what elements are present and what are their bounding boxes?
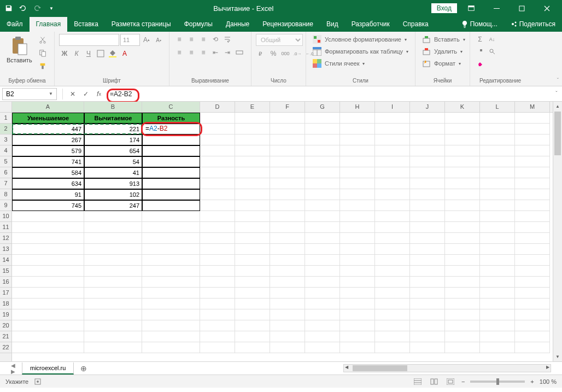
- cell[interactable]: [515, 320, 550, 331]
- cell[interactable]: [235, 134, 270, 145]
- cell[interactable]: [235, 233, 270, 244]
- cell[interactable]: [200, 113, 235, 124]
- cell[interactable]: [375, 277, 410, 288]
- row-header[interactable]: 2: [0, 124, 11, 134]
- cell[interactable]: [515, 134, 550, 145]
- cell[interactable]: [445, 145, 480, 156]
- column-header[interactable]: A: [12, 102, 84, 112]
- cell[interactable]: [235, 342, 270, 353]
- cell[interactable]: [515, 299, 550, 309]
- cell[interactable]: [200, 134, 235, 145]
- cell[interactable]: [200, 266, 235, 277]
- cell[interactable]: [305, 331, 340, 342]
- cell[interactable]: [445, 299, 480, 309]
- cell[interactable]: [375, 266, 410, 277]
- cell[interactable]: [305, 320, 340, 331]
- cell[interactable]: [235, 277, 270, 288]
- cell[interactable]: [305, 145, 340, 156]
- fill-color-button[interactable]: [107, 48, 118, 59]
- cell[interactable]: [480, 309, 515, 320]
- name-box[interactable]: B2 ▼: [2, 88, 57, 100]
- cell[interactable]: [480, 134, 515, 145]
- cell[interactable]: [84, 331, 142, 342]
- cell[interactable]: [340, 277, 375, 288]
- cell[interactable]: [270, 222, 305, 233]
- cell[interactable]: [515, 255, 550, 266]
- cell[interactable]: [515, 167, 550, 178]
- cell[interactable]: [305, 124, 340, 134]
- cell[interactable]: [142, 320, 200, 331]
- horizontal-scroll-thumb[interactable]: [353, 365, 407, 371]
- cell[interactable]: 41: [84, 167, 142, 178]
- cell[interactable]: [200, 211, 235, 222]
- cell[interactable]: [340, 189, 375, 200]
- cell[interactable]: [480, 233, 515, 244]
- cell[interactable]: [84, 277, 142, 288]
- cell[interactable]: [445, 233, 480, 244]
- cells-area[interactable]: УменьшаемоеВычитаемоеРазность44722126717…: [12, 113, 562, 361]
- cell[interactable]: [515, 331, 550, 342]
- cell[interactable]: 221: [84, 124, 142, 134]
- cell[interactable]: [410, 255, 445, 266]
- cell[interactable]: [12, 266, 84, 277]
- cell[interactable]: [445, 244, 480, 255]
- insert-cells-button[interactable]: Вставить▾: [420, 34, 467, 45]
- cell[interactable]: [84, 222, 142, 233]
- cell[interactable]: [515, 113, 550, 124]
- cell[interactable]: [410, 320, 445, 331]
- percent-button[interactable]: %: [268, 48, 279, 59]
- font-size-select[interactable]: [120, 34, 140, 46]
- cell[interactable]: [305, 200, 340, 211]
- cell[interactable]: [270, 178, 305, 189]
- cell[interactable]: [270, 255, 305, 266]
- tab-file[interactable]: Файл: [0, 17, 30, 32]
- cell[interactable]: [445, 222, 480, 233]
- accounting-format-button[interactable]: ₽: [256, 48, 267, 59]
- cell[interactable]: Разность: [142, 113, 200, 124]
- cell[interactable]: [445, 309, 480, 320]
- cell[interactable]: [515, 233, 550, 244]
- cell[interactable]: [375, 331, 410, 342]
- cell[interactable]: [142, 244, 200, 255]
- cell[interactable]: [515, 222, 550, 233]
- cell[interactable]: [410, 244, 445, 255]
- format-as-table-button[interactable]: Форматировать как таблицу▾: [311, 46, 411, 57]
- cell[interactable]: [200, 167, 235, 178]
- cell[interactable]: [375, 134, 410, 145]
- cell[interactable]: [340, 124, 375, 134]
- cell[interactable]: [305, 178, 340, 189]
- cell[interactable]: [305, 211, 340, 222]
- cell[interactable]: [480, 342, 515, 353]
- cell[interactable]: [200, 233, 235, 244]
- column-header[interactable]: H: [340, 102, 375, 112]
- cell[interactable]: [340, 167, 375, 178]
- cell[interactable]: [515, 266, 550, 277]
- cell[interactable]: [142, 233, 200, 244]
- cell[interactable]: [305, 244, 340, 255]
- align-bottom-button[interactable]: ≡: [198, 34, 209, 45]
- cell[interactable]: [200, 331, 235, 342]
- column-header[interactable]: I: [375, 102, 410, 112]
- cell[interactable]: [200, 342, 235, 353]
- cell[interactable]: [305, 277, 340, 288]
- cancel-formula-button[interactable]: ✕: [66, 88, 79, 100]
- cell[interactable]: [375, 113, 410, 124]
- cell[interactable]: [515, 124, 550, 134]
- align-right-button[interactable]: ≡: [198, 47, 209, 58]
- cell[interactable]: [200, 145, 235, 156]
- cell[interactable]: [340, 178, 375, 189]
- zoom-level[interactable]: 100 %: [540, 378, 557, 385]
- cell[interactable]: [445, 211, 480, 222]
- cell[interactable]: [200, 200, 235, 211]
- cell[interactable]: [375, 342, 410, 353]
- row-header[interactable]: 17: [0, 288, 11, 299]
- cell[interactable]: 102: [84, 189, 142, 200]
- cell[interactable]: [270, 331, 305, 342]
- cell[interactable]: [270, 145, 305, 156]
- cell[interactable]: [445, 113, 480, 124]
- cell[interactable]: [375, 320, 410, 331]
- cell[interactable]: [235, 299, 270, 309]
- zoom-out-button[interactable]: −: [461, 378, 465, 385]
- column-header[interactable]: E: [235, 102, 270, 112]
- cell[interactable]: [445, 277, 480, 288]
